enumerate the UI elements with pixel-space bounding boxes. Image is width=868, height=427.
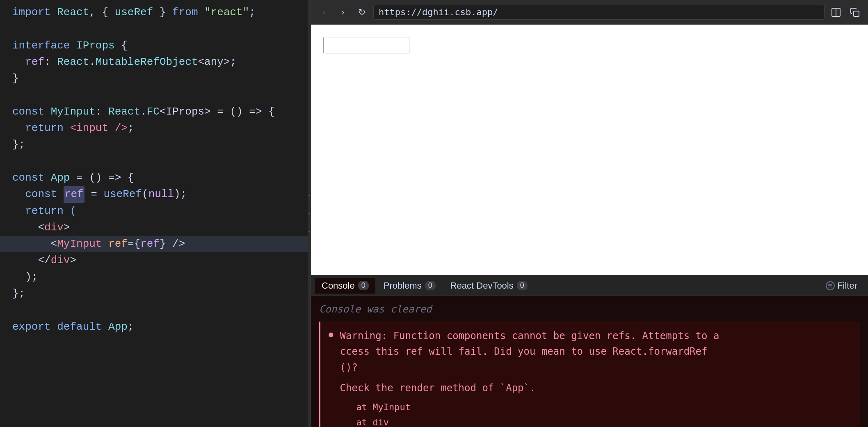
console-tab-bar: Console0Problems0React DevTools0 Filter [311, 275, 868, 296]
layout-icon-button[interactable] [829, 5, 843, 20]
filter-circle-icon [826, 281, 835, 290]
tab-badge: 0 [425, 281, 436, 290]
browser-toolbar: ‹ › ↻ [311, 0, 868, 25]
code-line-10 [0, 153, 308, 170]
back-button[interactable]: ‹ [317, 5, 331, 20]
error-content: Warning: Function components cannot be g… [340, 328, 720, 427]
error-line-3: ()? [340, 362, 358, 373]
preview-input-element [323, 37, 409, 53]
trace-line-2: at div [356, 415, 720, 427]
tab-badge: 0 [358, 281, 369, 290]
code-line-7: const MyInput: React.FC<IProps> = () => … [0, 103, 308, 120]
code-line-4: ref: React.MutableRefObject<any>; [0, 54, 308, 70]
filter-label: Filter [837, 280, 857, 291]
code-line-13: return ( [0, 203, 308, 219]
error-check-line: Check the render method of `App`. [340, 380, 720, 396]
error-message: Warning: Function components cannot be g… [340, 328, 720, 375]
tab-label: Problems [384, 280, 422, 291]
code-line-9: }; [0, 136, 308, 153]
code-editor[interactable]: import React, { useRef } from "react"; i… [0, 0, 308, 427]
error-line-1: Warning: Function components cannot be g… [340, 330, 720, 342]
filter-button[interactable]: Filter [819, 278, 864, 294]
tab-badge: 0 [517, 281, 528, 290]
code-line-11: const App = () => { [0, 170, 308, 186]
code-line-14: <div> [0, 219, 308, 236]
console-panel: Console0Problems0React DevTools0 Filter … [311, 275, 868, 427]
code-line-15: <MyInput ref={ref} /> [0, 236, 308, 252]
console-tab-problems[interactable]: Problems0 [377, 278, 442, 294]
code-line-8: return <input />; [0, 120, 308, 136]
console-cleared-text: Console was cleared [319, 300, 860, 321]
code-line-18: }; [0, 285, 308, 302]
panel-splitter[interactable] [308, 0, 311, 427]
console-body: Console was cleared ● Warning: Function … [311, 296, 868, 427]
code-line-20: export default App; [0, 319, 308, 335]
tab-label: React DevTools [450, 280, 514, 291]
code-line-17: ); [0, 269, 308, 285]
forward-button[interactable]: › [336, 5, 350, 20]
refresh-button[interactable]: ↻ [354, 5, 369, 20]
error-line-2: ccess this ref will fail. Did you mean t… [340, 346, 708, 357]
console-error-block: ● Warning: Function components cannot be… [319, 321, 860, 427]
error-icon: ● [328, 329, 334, 427]
console-tab-react-devtools[interactable]: React DevTools0 [444, 278, 534, 294]
code-line-5: } [0, 70, 308, 87]
svg-rect-2 [854, 11, 859, 16]
browser-panel: ‹ › ↻ Console0Problems0React DevTools0 [311, 0, 868, 427]
copy-icon-button[interactable] [847, 5, 862, 20]
code-line-19 [0, 302, 308, 318]
code-line-16: </div> [0, 252, 308, 269]
browser-viewport [311, 25, 868, 275]
url-bar[interactable] [373, 5, 825, 20]
code-line-6 [0, 87, 308, 103]
tab-label: Console [322, 280, 355, 291]
console-tab-console[interactable]: Console0 [315, 278, 375, 294]
code-line-3: interface IProps { [0, 37, 308, 54]
trace-line-1: at MyInput [356, 399, 720, 415]
error-trace: at MyInput at div at App (https://dghii.… [340, 399, 720, 427]
code-line-2 [0, 21, 308, 37]
code-line-1: import React, { useRef } from "react"; [0, 4, 308, 21]
code-line-12: const ref = useRef(null); [0, 186, 308, 202]
